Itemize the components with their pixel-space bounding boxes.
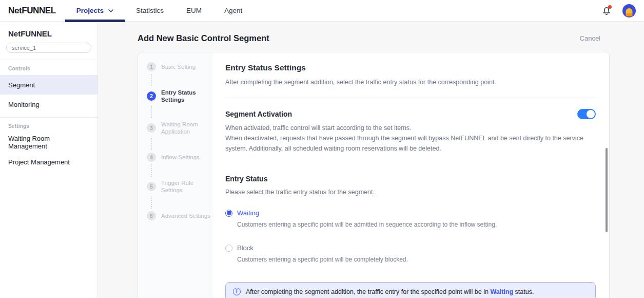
radio-label-waiting: Waiting <box>237 209 259 217</box>
step-label: Basic Setting <box>161 63 210 70</box>
content-divider <box>225 98 596 98</box>
netfunnel-logo: NetFUNNEL <box>8 6 56 16</box>
step-basic-setting[interactable]: 1 Basic Setting <box>147 62 212 71</box>
step-number-badge: 2 <box>147 91 156 101</box>
nav-active-underline <box>65 20 125 22</box>
step-advanced-settings[interactable]: 6 Advanced Settings <box>147 211 212 220</box>
segment-activation-toggle[interactable] <box>577 109 596 119</box>
wizard-stepper: 1 Basic Setting 2 Entry Status Settings … <box>138 52 212 298</box>
radio-button-block[interactable] <box>225 245 232 252</box>
step-waiting-room-application[interactable]: 3 Waiting Room Application <box>147 121 212 135</box>
step-number-badge: 4 <box>147 153 156 162</box>
content-scrollbar-thumb[interactable] <box>606 148 608 232</box>
user-avatar[interactable] <box>622 4 636 17</box>
nav-tab-statistics[interactable]: Statistics <box>125 0 175 22</box>
nav-tab-agent-label: Agent <box>224 7 242 14</box>
toggle-knob <box>587 110 595 118</box>
content-section-description: After completing the segment addition, s… <box>225 77 596 87</box>
radio-label-block: Block <box>237 244 253 252</box>
sidebar-section-settings-label: Settings <box>0 118 97 133</box>
sidebar: NetFUNNEL service_1 Controls Segment Mon… <box>0 22 98 298</box>
sidebar-section-controls-label: Controls <box>0 60 97 75</box>
nav-tab-eum[interactable]: EUM <box>175 0 213 22</box>
sidebar-section-settings: Settings Waiting Room Management Project… <box>0 118 97 175</box>
sidebar-item-segment-label: Segment <box>8 81 35 89</box>
top-navigation: NetFUNNEL Projects Statistics EUM Agent <box>0 0 644 22</box>
radio-button-waiting[interactable] <box>225 210 232 217</box>
step-trigger-rule-settings[interactable]: 5 Trigger Rule Settings <box>147 179 212 194</box>
entry-status-description: Please select the traffic entry status f… <box>225 187 596 197</box>
segment-activation-desc-line2: When deactivated, requests that have pas… <box>225 133 584 154</box>
topbar-right <box>601 4 636 17</box>
step-connector <box>151 106 152 118</box>
main-area: Add New Basic Control Segment Cancel 1 B… <box>98 22 644 298</box>
page-title: Add New Basic Control Segment <box>138 33 269 43</box>
service-selector[interactable]: service_1 <box>6 43 91 53</box>
step-label: Trigger Rule Settings <box>161 179 210 194</box>
avatar-funnel-icon <box>626 8 633 16</box>
notification-bell-icon[interactable] <box>601 5 612 16</box>
sidebar-item-project-management-label: Project Management <box>8 158 70 166</box>
sidebar-item-waiting-room-management-label: Waiting Room Management <box>8 135 89 150</box>
nav-tab-projects[interactable]: Projects <box>65 0 125 22</box>
step-connector <box>151 164 152 177</box>
main-nav: Projects Statistics EUM Agent <box>65 0 254 22</box>
step-connector <box>151 138 152 150</box>
step-entry-status-settings[interactable]: 2 Entry Status Settings <box>147 89 212 103</box>
segment-activation-desc-line1: When activated, traffic control will sta… <box>225 123 596 133</box>
segment-activation-title: Segment Activation <box>225 110 292 118</box>
step-content-panel: Entry Status Settings After completing t… <box>212 52 609 298</box>
entry-status-title: Entry Status <box>225 175 596 183</box>
nav-tab-statistics-label: Statistics <box>136 7 164 14</box>
info-banner-highlight: Waiting <box>490 288 513 295</box>
step-number-badge: 3 <box>147 123 156 133</box>
entry-status-section: Entry Status Please select the traffic e… <box>225 175 596 263</box>
nav-tab-agent[interactable]: Agent <box>213 0 253 22</box>
block-option-description: Customers entering a specific point will… <box>237 256 596 263</box>
segment-wizard-card: 1 Basic Setting 2 Entry Status Settings … <box>138 52 610 298</box>
step-inflow-settings[interactable]: 4 Inflow Settings <box>147 153 212 162</box>
nav-tab-eum-label: EUM <box>186 7 202 14</box>
nav-tab-projects-label: Projects <box>76 7 104 14</box>
cancel-button[interactable]: Cancel <box>580 34 600 42</box>
entry-status-option-waiting[interactable]: Waiting <box>225 209 596 217</box>
content-section-title: Entry Status Settings <box>225 63 596 72</box>
sidebar-item-monitoring[interactable]: Monitoring <box>0 95 97 114</box>
waiting-option-description: Customers entering a specific point will… <box>237 221 596 228</box>
page-header: Add New Basic Control Segment Cancel <box>138 33 610 43</box>
step-number-badge: 6 <box>147 211 156 220</box>
step-label: Inflow Settings <box>161 154 210 161</box>
entry-status-option-block[interactable]: Block <box>225 244 596 252</box>
info-icon: i <box>233 288 241 295</box>
step-number-badge: 5 <box>147 182 156 191</box>
notification-badge-dot <box>608 5 612 9</box>
segment-activation-section: Segment Activation When activated, traff… <box>225 109 596 154</box>
sidebar-item-waiting-room-management[interactable]: Waiting Room Management <box>0 133 97 152</box>
sidebar-item-segment[interactable]: Segment <box>0 75 97 95</box>
chevron-down-icon <box>108 9 113 12</box>
step-label: Entry Status Settings <box>161 89 210 103</box>
sidebar-section-controls: Controls Segment Monitoring <box>0 60 97 117</box>
step-connector <box>151 74 152 86</box>
service-selector-value: service_1 <box>12 45 36 51</box>
step-connector <box>151 196 152 209</box>
step-number-badge: 1 <box>147 62 156 71</box>
info-banner-text: After completing the segment addition, t… <box>246 288 534 295</box>
info-banner: i After completing the segment addition,… <box>225 282 596 298</box>
sidebar-item-monitoring-label: Monitoring <box>8 101 40 108</box>
sidebar-project-title: NetFUNNEL <box>0 22 97 43</box>
step-label: Advanced Settings <box>161 212 210 219</box>
step-label: Waiting Room Application <box>161 121 210 135</box>
sidebar-item-project-management[interactable]: Project Management <box>0 152 97 172</box>
